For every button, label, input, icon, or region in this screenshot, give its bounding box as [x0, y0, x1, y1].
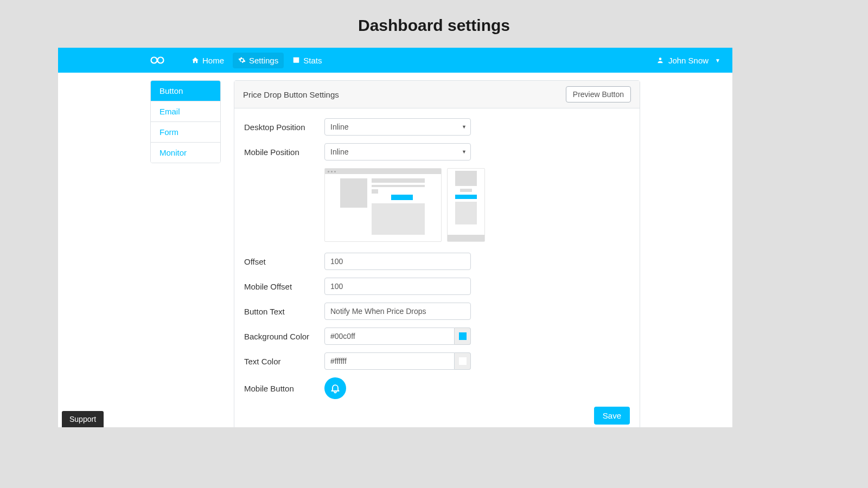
- logo-icon[interactable]: [150, 56, 164, 65]
- panel-header: Price Drop Button Settings Preview Butto…: [234, 81, 640, 108]
- input-text-color[interactable]: [324, 352, 455, 370]
- sidebar-item-label: Button: [159, 86, 183, 95]
- stats-icon: [292, 56, 300, 64]
- svg-rect-2: [293, 59, 299, 63]
- nav-home-label: Home: [202, 56, 224, 65]
- label-bg-color: Background Color: [244, 332, 324, 341]
- sidebar-item-label: Monitor: [159, 148, 187, 157]
- nav-settings[interactable]: Settings: [233, 53, 284, 68]
- user-name: John Snow: [668, 56, 709, 65]
- settings-panel: Price Drop Button Settings Preview Butto…: [234, 80, 640, 427]
- row-mobile-offset: Mobile Offset: [244, 278, 630, 295]
- layout-previews: [324, 168, 630, 242]
- support-tab[interactable]: Support: [62, 411, 104, 427]
- bg-color-swatch: [459, 332, 467, 340]
- svg-point-4: [659, 57, 662, 60]
- input-bg-color[interactable]: [324, 328, 455, 345]
- text-color-swatch: [459, 357, 467, 365]
- row-bg-color: Background Color: [244, 328, 630, 345]
- input-button-text[interactable]: [324, 303, 471, 320]
- label-mobile-button: Mobile Button: [244, 384, 324, 393]
- input-offset[interactable]: [324, 253, 471, 270]
- sidebar: Button Email Form Monitor: [150, 80, 221, 163]
- label-mobile-offset: Mobile Offset: [244, 282, 324, 291]
- bg-color-swatch-button[interactable]: [455, 328, 471, 345]
- app-frame: Home Settings Stats John Snow ▼: [58, 48, 732, 427]
- user-icon: [656, 56, 664, 64]
- caret-down-icon: ▼: [715, 57, 720, 63]
- gear-icon: [238, 56, 246, 64]
- svg-point-1: [158, 57, 164, 63]
- row-text-color: Text Color: [244, 352, 630, 370]
- mobile-button-preview: [324, 377, 346, 399]
- row-button-text: Button Text: [244, 303, 630, 320]
- content: Button Email Form Monitor Price Drop But…: [58, 73, 732, 427]
- sidebar-item-email[interactable]: Email: [151, 101, 220, 122]
- desktop-layout-preview: [324, 168, 442, 242]
- row-mobile-position: Mobile Position ▼: [244, 143, 630, 160]
- label-offset: Offset: [244, 257, 324, 266]
- nav-items: Home Settings Stats: [186, 53, 327, 68]
- mobile-layout-preview: [447, 168, 485, 242]
- sidebar-item-button[interactable]: Button: [151, 81, 220, 101]
- user-menu[interactable]: John Snow ▼: [656, 56, 724, 65]
- panel-body: Desktop Position ▼ Mobile Position ▼: [234, 108, 640, 427]
- sidebar-item-monitor[interactable]: Monitor: [151, 143, 220, 163]
- save-button[interactable]: Save: [594, 407, 630, 425]
- navbar: Home Settings Stats John Snow ▼: [58, 48, 732, 73]
- page-title: Dashboard settings: [0, 0, 868, 44]
- select-desktop-position[interactable]: [324, 118, 471, 136]
- row-desktop-position: Desktop Position ▼: [244, 118, 630, 136]
- nav-home[interactable]: Home: [186, 53, 229, 68]
- sidebar-item-label: Form: [159, 127, 178, 137]
- text-color-swatch-button[interactable]: [455, 352, 471, 370]
- panel-title: Price Drop Button Settings: [243, 90, 339, 99]
- svg-rect-3: [293, 57, 299, 59]
- svg-point-0: [151, 57, 157, 63]
- input-mobile-offset[interactable]: [324, 278, 471, 295]
- save-row: Save: [244, 407, 630, 425]
- select-mobile-position[interactable]: [324, 143, 471, 160]
- nav-stats[interactable]: Stats: [287, 53, 327, 68]
- row-offset: Offset: [244, 253, 630, 270]
- preview-button[interactable]: Preview Button: [566, 86, 631, 102]
- label-mobile-position: Mobile Position: [244, 147, 324, 157]
- label-button-text: Button Text: [244, 307, 324, 316]
- nav-settings-label: Settings: [249, 56, 278, 65]
- sidebar-item-form[interactable]: Form: [151, 122, 220, 143]
- label-text-color: Text Color: [244, 357, 324, 366]
- home-icon: [192, 56, 199, 64]
- sidebar-item-label: Email: [159, 107, 180, 116]
- label-desktop-position: Desktop Position: [244, 123, 324, 132]
- bell-icon: [330, 383, 341, 394]
- nav-stats-label: Stats: [303, 56, 322, 65]
- row-mobile-button: Mobile Button: [244, 377, 630, 399]
